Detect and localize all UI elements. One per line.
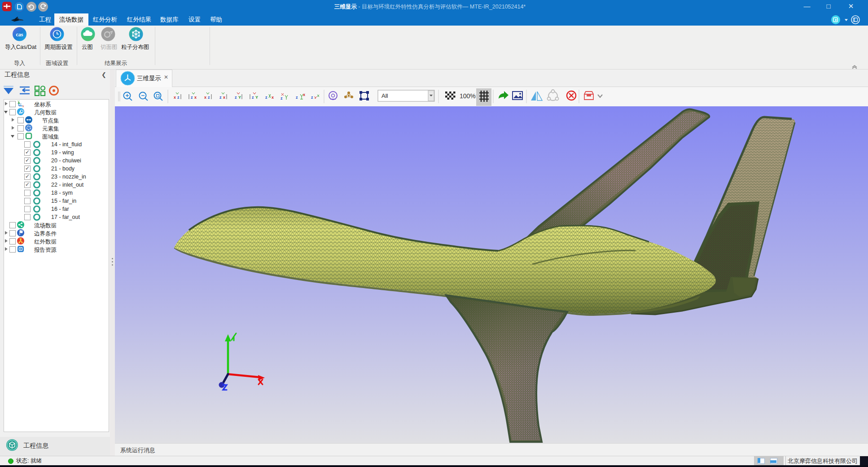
svg-text:x: x	[303, 92, 305, 97]
svg-text:x: x	[272, 95, 274, 100]
svg-text:x: x	[194, 95, 197, 100]
svg-text:z: z	[252, 95, 254, 100]
svg-text:z: z	[219, 95, 222, 100]
svg-text:x: x	[22, 105, 24, 107]
svg-text:z: z	[208, 95, 210, 100]
svg-text:z: z	[281, 96, 283, 100]
svg-text:Z: Z	[20, 103, 22, 106]
svg-text:x: x	[174, 95, 176, 100]
svg-text:z: z	[265, 95, 267, 100]
svg-text:Y: Y	[255, 95, 258, 100]
svg-text:x: x	[204, 95, 206, 100]
svg-text:z: z	[235, 95, 237, 100]
svg-text:z: z	[311, 95, 313, 100]
svg-text:z: z	[191, 95, 193, 100]
svg-text:Y: Y	[238, 95, 241, 100]
svg-text:All: All	[381, 92, 388, 99]
svg-text:100%: 100%	[460, 92, 476, 100]
svg-text:cas: cas	[16, 31, 23, 38]
svg-text:z: z	[177, 95, 180, 100]
svg-text:z: z	[296, 95, 298, 100]
svg-text:x: x	[223, 95, 225, 100]
